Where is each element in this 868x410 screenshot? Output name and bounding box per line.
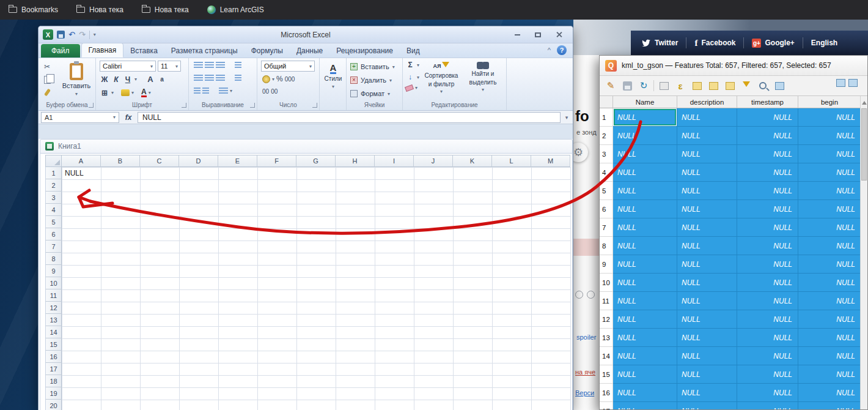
row-header-5[interactable]: 5 [45, 216, 62, 228]
tab-file[interactable]: Файл [41, 44, 80, 58]
reload-table-button[interactable]: ↻ [637, 79, 650, 92]
row-header-10[interactable]: 10 [45, 277, 62, 289]
cell-begin[interactable]: NULL [798, 329, 861, 347]
row-header-1[interactable]: 1 [45, 167, 62, 179]
cell-begin[interactable]: NULL [798, 108, 861, 127]
cell-begin[interactable]: NULL [798, 255, 861, 274]
column-header-D[interactable]: D [179, 155, 218, 167]
row-number[interactable]: 6 [600, 200, 613, 218]
row-number[interactable]: 15 [600, 365, 613, 384]
increase-decimal-button[interactable]: 00 [262, 88, 269, 95]
select-by-expression-button[interactable]: ε [674, 79, 687, 92]
row-header-15[interactable]: 15 [45, 338, 62, 351]
align-top-icon[interactable] [194, 62, 203, 69]
cell-grid[interactable] [62, 167, 571, 410]
row-header-3[interactable]: 3 [45, 192, 62, 204]
select-all-corner[interactable] [45, 155, 62, 167]
column-header-H[interactable]: H [336, 155, 375, 167]
qgis-column-header-timestamp[interactable]: timestamp [737, 96, 798, 108]
underline-dropdown-icon[interactable]: ▾ [134, 76, 137, 82]
bookmark-item-0[interactable]: Bookmarks [9, 6, 58, 14]
column-header-K[interactable]: K [453, 155, 492, 167]
row-number[interactable]: 14 [600, 347, 613, 365]
column-header-C[interactable]: C [140, 155, 179, 167]
cell-begin[interactable]: NULL [798, 145, 861, 163]
increase-indent-icon[interactable] [202, 88, 209, 94]
cell-description[interactable]: NULL [677, 310, 737, 329]
cell-timestamp[interactable]: NULL [737, 237, 798, 255]
cell-begin[interactable]: NULL [798, 292, 861, 310]
font-name-select[interactable]: Calibri ▾ [100, 61, 156, 72]
row-number[interactable]: 7 [600, 218, 613, 237]
webpage-spoiler-link[interactable]: spoiler [576, 334, 596, 341]
language-link[interactable]: English [803, 37, 845, 48]
cell-begin[interactable]: NULL [798, 310, 861, 329]
merge-center-icon[interactable] [219, 88, 228, 94]
cell-begin[interactable]: NULL [798, 218, 861, 237]
column-header-B[interactable]: B [101, 155, 140, 167]
formula-bar-expand-icon[interactable]: ▾ [561, 114, 573, 121]
cell-description[interactable]: NULL [677, 384, 737, 402]
cell-timestamp[interactable]: NULL [737, 182, 798, 200]
row-number[interactable]: 16 [600, 384, 613, 402]
new-field-icon[interactable] [836, 79, 845, 87]
cell-timestamp[interactable]: NULL [737, 255, 798, 274]
fill-color-dropdown-icon[interactable]: ▾ [131, 90, 134, 95]
bookmark-item-3[interactable]: Learn ArcGIS [207, 6, 264, 14]
row-number[interactable]: 12 [600, 310, 613, 329]
cell-timestamp[interactable]: NULL [737, 292, 798, 310]
row-header-12[interactable]: 12 [45, 302, 62, 314]
row-number[interactable]: 4 [600, 163, 613, 182]
borders-button[interactable]: ⊞ [100, 89, 109, 97]
cell-timestamp[interactable]: NULL [737, 329, 798, 347]
cell-timestamp[interactable]: NULL [737, 163, 798, 182]
cell-timestamp[interactable]: NULL [737, 274, 798, 292]
format-painter-button[interactable] [42, 88, 53, 97]
qgis-column-header-begin[interactable]: begin [798, 96, 861, 108]
sort-filter-button[interactable]: АЯ Сортировка и фильтр ▾ [421, 59, 462, 94]
facebook-link[interactable]: f Facebook [686, 37, 744, 48]
font-color-button[interactable]: А [141, 88, 147, 97]
cell-name[interactable]: NULL [613, 384, 677, 402]
cell-description[interactable]: NULL [677, 163, 737, 182]
cell-description[interactable]: NULL [677, 292, 737, 310]
workbook-title-bar[interactable]: Книга1 [40, 139, 573, 154]
cut-button[interactable]: ✂ [42, 62, 53, 72]
cell-begin[interactable]: NULL [798, 274, 861, 292]
font-color-dropdown-icon[interactable]: ▾ [149, 90, 151, 95]
webpage-version-link-fragment[interactable]: Верси [575, 389, 594, 397]
decrease-decimal-button[interactable]: 00 [271, 88, 278, 95]
dialog-launcher-font[interactable] [182, 103, 186, 108]
column-header-A[interactable]: A [62, 155, 101, 167]
font-size-select[interactable]: 11 ▾ [158, 61, 181, 72]
currency-format-icon[interactable] [262, 75, 270, 83]
clear-button[interactable]: ▾ [405, 85, 419, 91]
cell-description[interactable]: NULL [677, 329, 737, 347]
bold-button[interactable]: Ж [100, 75, 109, 84]
cell-description[interactable]: NULL [677, 365, 737, 384]
cell-timestamp[interactable]: NULL [737, 127, 798, 145]
paste-button[interactable]: Вставить ▾ [59, 60, 94, 99]
cell-name[interactable]: NULL [613, 163, 677, 182]
row-header-18[interactable]: 18 [45, 375, 62, 387]
excel-title-bar[interactable]: X ↶ ↷ ▾ Microsoft Excel [39, 26, 573, 43]
cell-name[interactable]: NULL [613, 200, 677, 218]
row-number[interactable]: 3 [600, 145, 613, 163]
row-header-20[interactable]: 20 [45, 400, 62, 410]
collapse-ribbon-icon[interactable]: ^ [548, 47, 551, 54]
format-cells-button[interactable]: Формат ▾ [350, 90, 390, 97]
row-header-2[interactable]: 2 [45, 179, 62, 192]
cell-begin[interactable]: NULL [798, 163, 861, 182]
cell-description[interactable]: NULL [677, 237, 737, 255]
bookmark-item-2[interactable]: Нова тека [142, 6, 189, 14]
dialog-launcher-clipboard[interactable] [89, 103, 94, 108]
delete-field-icon[interactable] [848, 79, 858, 87]
wrap-text-icon[interactable] [235, 75, 241, 81]
tab-Разметка страницы[interactable]: Разметка страницы [164, 44, 245, 58]
cell-timestamp[interactable]: NULL [737, 218, 798, 237]
row-header-13[interactable]: 13 [45, 314, 62, 326]
cell-name[interactable]: NULL [613, 365, 677, 384]
align-left-icon[interactable] [194, 75, 203, 81]
align-middle-icon[interactable] [205, 62, 214, 69]
row-header-11[interactable]: 11 [45, 289, 62, 302]
